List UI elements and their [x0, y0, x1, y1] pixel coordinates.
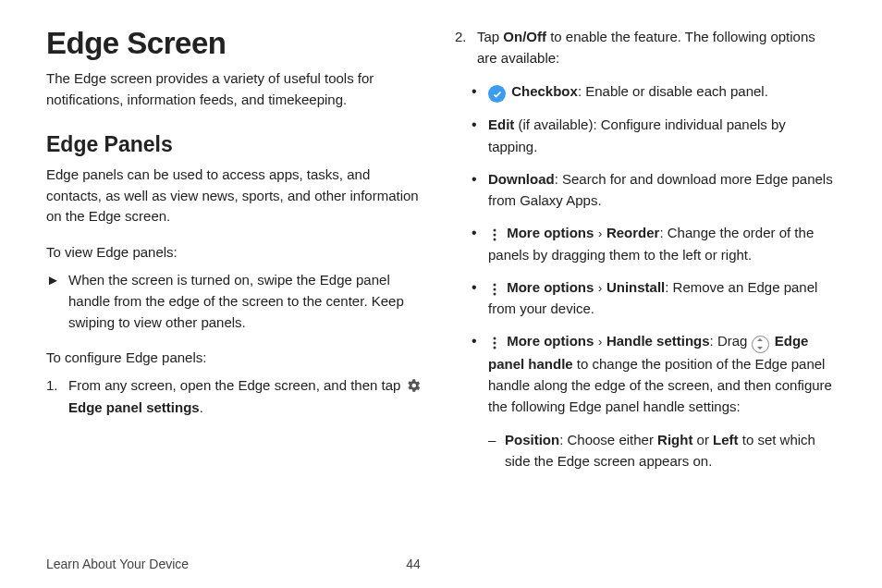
config-step-1: 1. From any screen, open the Edge screen… [46, 374, 427, 418]
text-fragment: Tap [477, 29, 503, 44]
option-handle-settings: • More options › Handle settings: Drag E… [472, 330, 836, 417]
bullet-icon: • [472, 114, 488, 157]
more-options-icon [488, 227, 501, 243]
chevron-right-icon: › [594, 281, 606, 295]
chevron-right-icon: › [594, 335, 606, 349]
svg-point-2 [494, 239, 496, 241]
text-fragment: : Drag [710, 333, 752, 349]
checkmark-circle-icon [488, 85, 506, 103]
section-intro: Edge panels can be used to access apps, … [46, 165, 427, 227]
page-footer: Learn About Your Device 44 [46, 542, 836, 571]
option-text: More options › Handle settings: Drag Edg… [488, 330, 836, 417]
bullet-icon: • [472, 168, 488, 212]
sub-option-text: Position: Choose either Right or Left to… [505, 429, 836, 472]
option-text: Checkbox: Enable or disable each panel. [488, 80, 768, 104]
svg-point-8 [494, 347, 496, 349]
bold-text: More options [507, 333, 594, 349]
more-options-icon [488, 281, 501, 298]
list-number: 1. [46, 374, 68, 418]
text-fragment: or [692, 432, 713, 447]
option-checkbox: • Checkbox: Enable or disable each panel… [472, 80, 836, 104]
footer-spacer [554, 557, 836, 571]
bold-text: Left [713, 432, 739, 447]
page-title: Edge Screen [46, 26, 427, 61]
text-fragment: : Enable or disable each panel. [578, 83, 768, 99]
bold-text: Checkbox [511, 83, 578, 99]
sub-option-position: – Position: Choose either Right or Left … [488, 429, 836, 472]
footer-page-number: 44 [273, 557, 555, 571]
bold-text: Download [488, 171, 555, 187]
text-fragment: . [200, 399, 203, 415]
bullet-icon: • [472, 222, 488, 265]
gear-label: Edge panel settings [68, 399, 200, 415]
config-heading: To configure Edge panels: [46, 349, 427, 365]
more-options-icon [488, 335, 501, 351]
config-step-1-text: From any screen, open the Edge screen, a… [68, 374, 427, 418]
view-step-text: When the screen is turned on, swipe the … [68, 269, 427, 334]
option-text: Download: Search for and download more E… [488, 168, 836, 212]
svg-point-6 [494, 337, 496, 340]
svg-point-0 [494, 229, 496, 232]
svg-point-7 [494, 342, 496, 345]
bold-text: On/Off [503, 29, 546, 44]
triangle-bullet-icon: ► [46, 269, 68, 334]
config-step-2: 2. Tap On/Off to enable the feature. The… [455, 26, 836, 69]
bold-text: Uninstall [606, 279, 665, 295]
config-step-2-text: Tap On/Off to enable the feature. The fo… [477, 26, 836, 69]
option-text: Edit (if available): Configure individua… [488, 114, 836, 157]
list-number: 2. [455, 26, 477, 69]
svg-point-5 [494, 292, 496, 295]
bold-text: Right [657, 432, 692, 447]
bold-text: More options [507, 279, 594, 295]
view-heading: To view Edge panels: [46, 244, 427, 260]
left-column: Edge Screen The Edge screen provides a v… [46, 26, 427, 542]
view-step: ► When the screen is turned on, swipe th… [46, 269, 427, 334]
right-column: 2. Tap On/Off to enable the feature. The… [455, 26, 836, 542]
svg-point-3 [494, 283, 496, 286]
bold-text: Position [505, 432, 559, 447]
option-reorder: • More options › Reorder: Change the ord… [472, 222, 836, 265]
svg-point-4 [494, 288, 496, 290]
bold-text: Handle settings [606, 333, 710, 349]
bold-text: Edit [488, 116, 514, 132]
bold-text: More options [507, 225, 594, 240]
option-uninstall: • More options › Uninstall: Remove an Ed… [472, 276, 836, 320]
svg-point-1 [494, 234, 496, 237]
option-edit: • Edit (if available): Configure individ… [472, 114, 836, 157]
section-heading: Edge Panels [46, 132, 427, 157]
option-text: More options › Reorder: Change the order… [488, 222, 836, 265]
option-download: • Download: Search for and download more… [472, 168, 836, 212]
drag-handle-icon [752, 336, 769, 353]
intro-paragraph: The Edge screen provides a variety of us… [46, 68, 427, 110]
text-fragment: From any screen, open the Edge screen, a… [68, 377, 405, 393]
chevron-right-icon: › [594, 227, 606, 240]
bold-text: Reorder [606, 225, 660, 240]
gear-icon [405, 377, 422, 394]
bullet-icon: • [472, 80, 488, 104]
text-fragment: : Choose either [559, 432, 657, 447]
dash-bullet-icon: – [488, 429, 505, 472]
option-text: More options › Uninstall: Remove an Edge… [488, 276, 836, 320]
text-fragment: (if available): Configure individual pan… [488, 116, 786, 153]
bullet-icon: • [472, 330, 488, 417]
bullet-icon: • [472, 276, 488, 320]
